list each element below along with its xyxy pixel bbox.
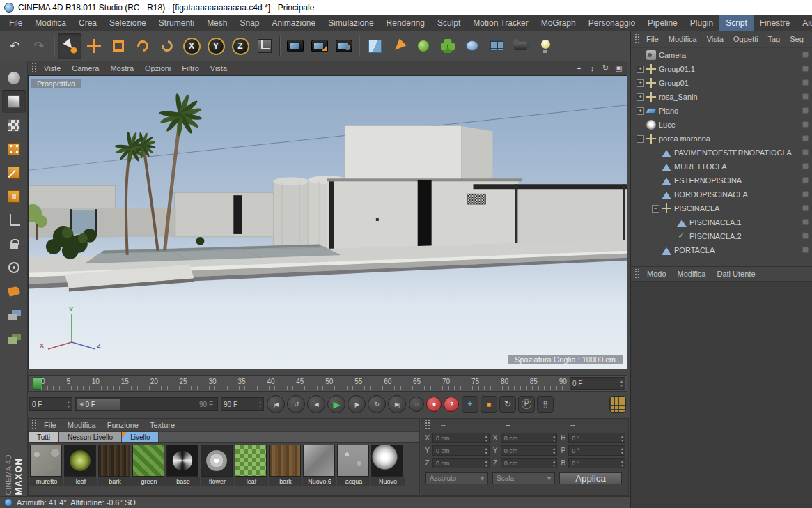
expand-toggle[interactable] <box>652 177 659 185</box>
material-menu-item[interactable]: Funzione <box>102 421 143 429</box>
material-item[interactable]: bark <box>98 445 132 486</box>
layer-toggle-icon[interactable] <box>802 79 809 86</box>
coordinate-field[interactable]: 0 ° <box>568 458 625 468</box>
camera-menu-button[interactable] <box>509 33 533 59</box>
object-row[interactable]: BORDOPISCINACLA <box>631 187 812 201</box>
layer-toggle-icon[interactable] <box>802 247 809 253</box>
object-manager-menu-item[interactable]: Oggetti <box>729 35 762 43</box>
layer-toggle-icon[interactable] <box>802 52 809 58</box>
spline-pen-menu-button[interactable] <box>387 33 411 59</box>
transport-button[interactable]: |▶ <box>348 395 366 413</box>
move-tool-button[interactable] <box>82 33 106 59</box>
transport-button[interactable]: ↻ <box>368 395 386 413</box>
layer-toggle-icon[interactable] <box>802 163 809 169</box>
menu-item[interactable]: Rendering <box>380 15 431 31</box>
viewport-menu-item[interactable]: Camera <box>67 64 104 72</box>
menu-item[interactable]: Crea <box>72 15 103 31</box>
object-row[interactable]: MURETTOCLA <box>631 160 812 174</box>
material-thumbnail[interactable] <box>132 445 164 477</box>
mode-dropdown[interactable]: Assoluto <box>425 472 488 484</box>
coordinate-stepper[interactable] <box>485 434 487 442</box>
object-row[interactable]: + Piano <box>631 104 812 118</box>
paint-tool-button[interactable] <box>2 279 26 302</box>
expand-toggle[interactable]: − <box>637 135 644 143</box>
undo-button[interactable]: ↶ <box>3 33 26 59</box>
light-menu-button[interactable] <box>533 33 557 59</box>
expand-toggle[interactable] <box>652 149 659 157</box>
viewport-camera-control-icon[interactable]: ↕ <box>586 63 598 73</box>
object-row[interactable]: PAVIMENTOESTERNOPATIOCLA <box>631 146 812 160</box>
attribute-manager-menu-item[interactable]: Modifica <box>673 270 711 278</box>
lock-workplane-button[interactable] <box>2 232 26 255</box>
attribute-manager-grip[interactable] <box>634 269 641 279</box>
frame-range-slider[interactable]: 0 F 90 F <box>75 397 218 411</box>
rotate-tool-button[interactable] <box>131 33 155 59</box>
menu-item[interactable]: MoGraph <box>535 15 582 31</box>
menu-item[interactable]: Motion Tracker <box>467 15 534 31</box>
scale-tool-button[interactable] <box>107 33 130 59</box>
expand-toggle[interactable] <box>652 191 659 199</box>
layer-toggle-icon[interactable] <box>802 233 809 239</box>
generators-menu-button[interactable] <box>412 33 435 59</box>
keyframe-toggle-button[interactable]: ⣿ <box>537 396 554 413</box>
menu-item[interactable]: Selezione <box>103 15 153 31</box>
keyframe-toggle-button[interactable]: ■ <box>481 396 497 413</box>
viewport-camera-control-icon[interactable]: + <box>573 63 585 73</box>
menu-item[interactable]: Animazione <box>266 15 322 31</box>
object-manager-menu-item[interactable]: File <box>642 35 663 43</box>
material-item[interactable]: Nuovo <box>371 445 405 486</box>
coordinate-field[interactable]: 0 cm <box>501 433 558 443</box>
coordinate-stepper[interactable] <box>553 447 555 455</box>
viewport-menu-item[interactable]: Filtro <box>177 64 203 72</box>
material-filter-tab[interactable]: Nessun Livello <box>59 432 122 442</box>
object-row[interactable]: + rosa_Sanin <box>631 90 812 104</box>
coordinate-stepper[interactable] <box>621 459 623 468</box>
material-thumbnail[interactable] <box>371 445 403 477</box>
layer-toggle-icon[interactable] <box>802 177 809 183</box>
mograph-menu-button[interactable] <box>436 33 460 59</box>
material-thumbnail[interactable] <box>98 445 130 477</box>
menu-item[interactable]: Pipeline <box>641 15 684 31</box>
material-thumbnail[interactable] <box>64 445 96 477</box>
expand-toggle[interactable] <box>637 52 644 59</box>
menu-item[interactable]: Plugin <box>684 15 719 31</box>
coordinate-field[interactable]: 0 ° <box>568 445 625 456</box>
render-picture-viewer-button[interactable] <box>308 33 331 59</box>
keyframe-toggle-button[interactable]: + <box>462 396 478 413</box>
material-thumbnail[interactable] <box>166 445 198 477</box>
layer-toggle-icon[interactable] <box>802 135 809 141</box>
snap-toggle-button[interactable] <box>2 256 26 279</box>
redo-button[interactable]: ↷ <box>27 33 51 59</box>
last-tool-button[interactable] <box>155 33 179 59</box>
material-item[interactable]: leaf <box>64 445 97 486</box>
object-row[interactable]: PISCINACLA.2 <box>631 229 812 243</box>
coordinate-stepper[interactable] <box>485 459 487 468</box>
end-frame-stepper[interactable] <box>259 400 261 408</box>
x-axis-lock-button[interactable]: X <box>180 33 203 59</box>
object-row[interactable]: PORTACLA <box>631 243 812 257</box>
render-view-button[interactable] <box>283 33 307 59</box>
edge-mode-button[interactable] <box>2 161 26 184</box>
primitive-cube-menu-button[interactable] <box>363 33 387 59</box>
expand-toggle[interactable]: + <box>637 93 644 101</box>
menu-item[interactable]: Script <box>719 15 754 31</box>
expand-toggle[interactable] <box>652 163 659 171</box>
layer-toggle-icon[interactable] <box>802 121 809 128</box>
material-thumbnail[interactable] <box>235 445 267 477</box>
object-row[interactable]: − PISCINACLA <box>631 201 812 215</box>
end-frame-field[interactable]: 90 F <box>221 397 264 411</box>
menu-item[interactable]: Modifica <box>29 15 72 31</box>
layer-manager-button[interactable] <box>2 327 26 350</box>
coordinate-manager-grip[interactable] <box>424 420 431 430</box>
transport-button[interactable]: ▶ <box>327 395 345 413</box>
live-selection-tool-button[interactable] <box>58 33 81 59</box>
coordinate-stepper[interactable] <box>621 447 623 455</box>
object-row[interactable]: − porca maronna <box>631 132 812 146</box>
object-manager-grip[interactable] <box>634 34 641 44</box>
expand-toggle[interactable]: − <box>652 205 659 213</box>
deformers-menu-button[interactable] <box>460 33 484 59</box>
timeline-ruler[interactable]: 0 5 10 15 20 25 30 35 40 45 50 55 60 65 … <box>28 375 627 392</box>
transport-button[interactable]: |◀ <box>267 395 285 413</box>
layers-button[interactable] <box>2 303 26 326</box>
layer-toggle-icon[interactable] <box>802 149 809 155</box>
